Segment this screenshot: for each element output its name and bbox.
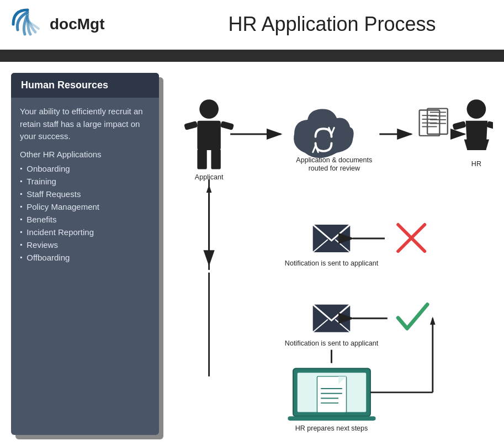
cloud-label-2: routed for review [309, 164, 360, 172]
page-title: HR Application Process [171, 13, 493, 36]
svg-rect-2 [197, 121, 220, 150]
svg-rect-5 [184, 121, 198, 130]
laptop-icon [288, 368, 375, 421]
main-content: Human Resources Your ability to efficien… [0, 62, 504, 446]
document-icon [420, 109, 448, 136]
sidebar-list-item[interactable]: Onboarding [20, 162, 150, 175]
hr-figure [452, 99, 493, 150]
cloud-icon [294, 109, 354, 158]
sidebar-list-item[interactable]: Training [20, 175, 150, 188]
sidebar-list-item[interactable]: Incident Reporting [20, 226, 150, 238]
hr-label: HR [471, 160, 481, 168]
logo-text: docMgt [50, 15, 105, 33]
svg-rect-3 [197, 149, 206, 169]
diagram-area: Applicant Application & documents routed… [170, 73, 493, 435]
logo-icon [11, 8, 44, 41]
sidebar-list-item[interactable]: Policy Management [20, 200, 150, 213]
reject-x-mark [398, 225, 425, 251]
notification-approved-label: Notification is sent to applicant [285, 339, 379, 347]
svg-rect-31 [288, 416, 375, 421]
arrowhead-up-rejected [206, 185, 212, 193]
svg-rect-18 [452, 121, 466, 130]
process-diagram: Applicant Application & documents routed… [170, 73, 493, 435]
sidebar-list-item[interactable]: Reviews [20, 238, 150, 251]
sidebar-title: Human Resources [11, 73, 159, 98]
svg-point-1 [199, 99, 219, 119]
sidebar-description: Your ability to efficiently recruit an r… [11, 105, 159, 150]
cloud-label-1: Application & documents [296, 156, 372, 164]
sidebar: Human Resources Your ability to efficien… [11, 73, 159, 435]
logo-area: docMgt [11, 8, 171, 41]
sidebar-apps-list: OnboardingTrainingStaff RequestsPolicy M… [11, 162, 159, 264]
svg-rect-4 [211, 149, 220, 169]
envelope-rejected [313, 225, 351, 252]
applicant-figure [184, 99, 234, 169]
svg-rect-6 [220, 121, 234, 130]
sidebar-list-item[interactable]: Offboarding [20, 251, 150, 264]
svg-point-17 [467, 99, 486, 119]
svg-rect-26 [317, 376, 346, 413]
envelope-approved [313, 305, 351, 332]
header: docMgt HR Application Process [0, 0, 504, 50]
dark-bar [0, 50, 504, 62]
notification-rejected-label: Notification is sent to applicant [285, 259, 379, 267]
sidebar-list-item[interactable]: Staff Requests [20, 188, 150, 200]
arrowhead-up-approved [430, 317, 436, 325]
sidebar-list-item[interactable]: Benefits [20, 213, 150, 226]
sidebar-other-apps-label: Other HR Applications [11, 150, 159, 162]
approve-check-mark [398, 305, 427, 328]
hr-next-steps-label: HR prepares next steps [295, 424, 368, 432]
